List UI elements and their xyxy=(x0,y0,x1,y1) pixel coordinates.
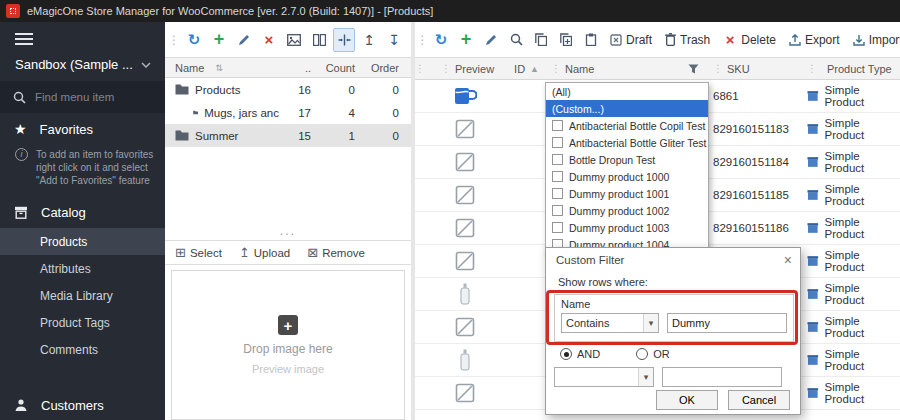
sidebar-item-attributes[interactable]: Attributes xyxy=(0,255,165,282)
columns-view-button[interactable] xyxy=(308,28,330,52)
paste-product-button[interactable] xyxy=(580,28,602,52)
image-drop-area[interactable]: + Drop image here Preview image xyxy=(171,270,405,420)
add-product-button[interactable]: + xyxy=(455,28,477,52)
filter-checkbox-item[interactable]: Dummy product 1001 xyxy=(546,185,708,202)
column-header-count[interactable]: Count xyxy=(319,62,365,74)
filter-option-all[interactable]: (All) xyxy=(546,83,708,100)
delete-button[interactable]: × Delete xyxy=(718,28,781,52)
column-header-preview[interactable]: ⋮ Preview xyxy=(429,63,501,75)
remove-image-button[interactable]: ⊠ Remove xyxy=(307,245,365,260)
simple-product-icon xyxy=(807,189,819,201)
sidebar-item-favorites[interactable]: ★ Favorites xyxy=(0,113,165,145)
checkbox-icon[interactable] xyxy=(552,188,563,199)
checkbox-icon[interactable] xyxy=(552,154,563,165)
simple-product-icon xyxy=(807,90,819,102)
checkbox-icon[interactable] xyxy=(552,205,563,216)
sidebar-item-products[interactable]: Products xyxy=(0,228,165,255)
column-header-product-type[interactable]: ⋮ Product Type xyxy=(799,63,900,75)
filter-checkbox-item[interactable]: Bottle Dropun Test xyxy=(546,151,708,168)
sidebar-section-catalog[interactable]: Catalog xyxy=(0,196,165,228)
hamburger-menu-button[interactable] xyxy=(0,22,165,52)
filter-checkbox-item[interactable]: Dummy product 1003 xyxy=(546,219,708,236)
split-icon xyxy=(338,34,351,46)
menu-search-input[interactable] xyxy=(35,91,145,103)
pencil-icon xyxy=(485,34,497,46)
info-icon: i xyxy=(15,148,28,161)
sort-ascending-icon: ▲ xyxy=(530,64,539,74)
operator-radios: AND OR xyxy=(560,348,670,360)
import-categories-button[interactable]: ↧ xyxy=(383,28,405,52)
sidebar-item-media-library[interactable]: Media Library xyxy=(0,282,165,309)
column-header-id[interactable]: ID ▲ xyxy=(501,63,545,75)
name-condition-group: Name Contains ▾ xyxy=(554,294,794,342)
draft-icon xyxy=(610,34,622,46)
checkbox-icon[interactable] xyxy=(552,120,563,131)
category-row-summer[interactable]: Summer 15 1 0 xyxy=(165,124,411,147)
column-header-sku[interactable]: ⋮ SKU xyxy=(707,63,799,75)
column-header-id[interactable]: .. xyxy=(279,62,319,74)
export-button[interactable]: Export xyxy=(784,28,845,52)
filter-option-custom[interactable]: (Custom...) xyxy=(546,100,708,117)
column-header-name[interactable]: ⋮ Name xyxy=(545,63,707,75)
filter-checkbox-item[interactable]: Antibacterial Bottle Gliter Test xyxy=(546,134,708,151)
export-categories-button[interactable]: ↥ xyxy=(358,28,380,52)
column-header-name[interactable]: Name ⇅ xyxy=(165,62,279,74)
ok-button[interactable]: OK xyxy=(656,390,718,410)
products-toolbar: ⋮ ↻ + xyxy=(415,22,900,58)
condition-select[interactable]: Contains ▾ xyxy=(561,313,659,333)
sidebar-item-product-tags[interactable]: Product Tags xyxy=(0,309,165,336)
folder-icon xyxy=(193,107,198,118)
or-radio[interactable]: OR xyxy=(636,348,670,360)
add-category-button[interactable]: + xyxy=(208,28,230,52)
close-icon[interactable]: × xyxy=(784,253,792,267)
delete-category-button[interactable]: × xyxy=(258,28,280,52)
favorites-hint: i To add an item to favorites right clic… xyxy=(0,145,165,196)
split-view-button[interactable] xyxy=(333,28,355,52)
search-products-button[interactable] xyxy=(505,28,527,52)
filter-checkbox-item[interactable]: Antibacterial Bottle Copil Test xyxy=(546,117,708,134)
tree-resize-handle[interactable]: ... xyxy=(165,224,411,238)
condition-value-input[interactable] xyxy=(667,313,787,333)
pencil-icon xyxy=(238,34,250,46)
and-radio[interactable]: AND xyxy=(560,348,600,360)
draft-button[interactable]: Draft xyxy=(605,28,657,52)
refresh-categories-button[interactable]: ↻ xyxy=(183,28,205,52)
sidebar-item-comments[interactable]: Comments xyxy=(0,336,165,363)
no-image-icon xyxy=(455,383,475,403)
cancel-button[interactable]: Cancel xyxy=(728,390,790,410)
category-row-products[interactable]: Products 16 0 0 xyxy=(165,78,411,101)
checkbox-icon[interactable] xyxy=(552,137,563,148)
category-row-mugs[interactable]: Mugs, jars anc 17 4 0 xyxy=(165,101,411,124)
column-header-order[interactable]: Order xyxy=(365,62,411,74)
select-image-button[interactable]: ⊞ Select xyxy=(175,245,222,260)
category-image-button[interactable] xyxy=(283,28,305,52)
product-image-bottle xyxy=(460,283,470,305)
upload-image-button[interactable]: ↥ Upload xyxy=(239,245,290,260)
import-button[interactable]: Import xyxy=(848,28,900,52)
filter-funnel-icon[interactable] xyxy=(688,64,699,74)
filter-checkbox-item[interactable]: Dummy product 1000 xyxy=(546,168,708,185)
edit-product-button[interactable] xyxy=(480,28,502,52)
duplicate-product-button[interactable] xyxy=(555,28,577,52)
checkbox-icon[interactable] xyxy=(552,171,563,182)
condition2-value-input[interactable] xyxy=(662,367,782,387)
menu-search[interactable] xyxy=(0,81,165,113)
sidebar-section-customers[interactable]: Customers xyxy=(0,390,165,420)
edit-category-button[interactable] xyxy=(233,28,255,52)
copy-product-button[interactable] xyxy=(530,28,552,52)
import-icon xyxy=(853,34,865,46)
copy-icon xyxy=(535,33,547,46)
checkbox-icon[interactable] xyxy=(552,222,563,233)
favorites-hint-text: To add an item to favorites right click … xyxy=(36,148,157,187)
trash-button[interactable]: Trash xyxy=(660,28,715,52)
simple-product-icon xyxy=(807,123,819,135)
sidebar: Sandbox (Sample ... ★ Favorites i To add… xyxy=(0,22,165,420)
preview-image-label: Preview image xyxy=(252,363,324,375)
refresh-products-button[interactable]: ↻ xyxy=(430,28,452,52)
condition2-select[interactable]: ▾ xyxy=(554,367,654,387)
store-selector[interactable]: Sandbox (Sample ... xyxy=(0,52,165,81)
filter-checkbox-item[interactable]: Dummy product 1002 xyxy=(546,202,708,219)
simple-product-icon xyxy=(807,222,819,234)
image-icon xyxy=(287,34,301,46)
radio-icon xyxy=(636,348,648,360)
